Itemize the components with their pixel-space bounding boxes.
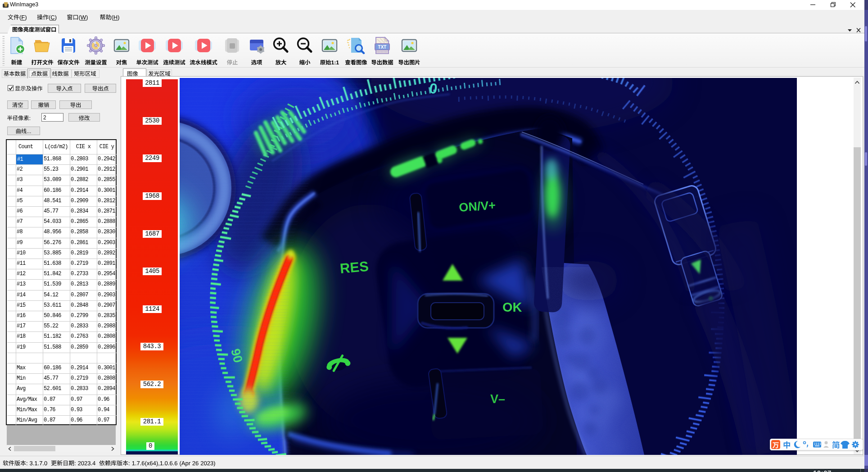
svg-text:V–: V– [490, 392, 505, 406]
svg-text:ON/V+: ON/V+ [458, 198, 496, 214]
svg-text:OK: OK [502, 300, 522, 314]
svg-text:TXT: TXT [378, 45, 387, 50]
